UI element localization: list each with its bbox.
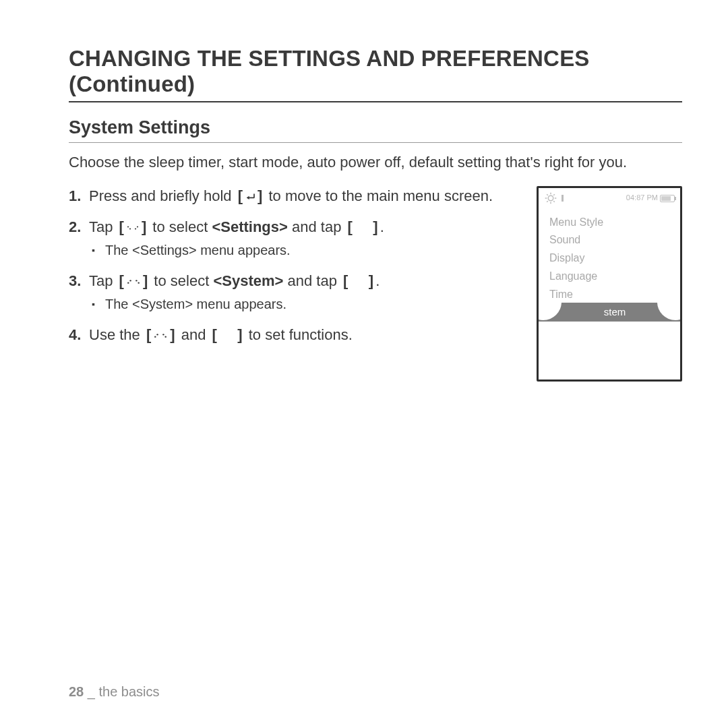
bracket-close: ]	[371, 218, 380, 235]
bracket-close: ]	[141, 272, 150, 289]
bracket-open: [	[117, 218, 126, 235]
bracket-open: [	[144, 326, 153, 343]
svg-point-1	[129, 228, 131, 229]
settings-label: <Settings>	[212, 218, 287, 235]
page-number: 28	[69, 684, 84, 699]
device-mock: 04:87 PM Menu Style Sound Display Langua…	[537, 186, 682, 382]
svg-line-17	[547, 194, 548, 195]
section-title: System Settings	[69, 117, 682, 143]
page-title: CHANGING THE SETTINGS AND PREFERENCES (C…	[69, 46, 682, 102]
bracket-close: ]	[367, 272, 375, 289]
svg-point-3	[137, 226, 138, 227]
device-menu-item: Menu Style	[549, 214, 669, 232]
bracket-open: [	[117, 272, 126, 289]
flag-icon	[562, 195, 564, 202]
bracket-close: ]	[235, 326, 244, 343]
svg-point-6	[135, 280, 137, 281]
bracket-close: ]	[140, 218, 148, 235]
device-menu-item: Language	[549, 268, 669, 286]
gear-icon	[544, 191, 557, 205]
svg-line-19	[547, 201, 548, 202]
device-menu-item: Time	[549, 286, 669, 304]
bracket-close: ]	[255, 187, 264, 204]
svg-point-11	[165, 336, 166, 337]
bracket-open: [	[341, 272, 350, 289]
left-right-dots-icon	[126, 224, 140, 232]
steps-column: Press and briefly hold [] to move to the…	[69, 186, 519, 357]
intro-text: Choose the sleep timer, start mode, auto…	[69, 152, 675, 173]
bracket-open: [	[210, 326, 219, 343]
step-2-note: The <Settings> menu appears.	[89, 241, 519, 260]
step-4: Use the [] and [ ] to set functions.	[69, 325, 519, 345]
device-menu-list: Menu Style Sound Display Language Time	[539, 208, 680, 304]
step-3-note: The <System> menu appears.	[89, 295, 519, 314]
device-time: 04:87 PM	[626, 193, 658, 202]
return-icon	[245, 192, 255, 202]
svg-point-5	[129, 280, 131, 281]
step-1: Press and briefly hold [] to move to the…	[69, 186, 519, 206]
step-3: Tap [] to select <System> and tap [ ]. T…	[69, 271, 519, 314]
svg-point-2	[135, 228, 136, 229]
svg-point-0	[127, 226, 129, 227]
svg-point-7	[138, 282, 139, 283]
battery-icon	[660, 195, 675, 202]
page-footer: 28 _ the basics	[69, 684, 160, 700]
svg-point-8	[154, 336, 156, 337]
system-label: <System>	[213, 272, 283, 289]
step-2: Tap [] to select <Settings> and tap [ ].…	[69, 217, 519, 260]
svg-point-10	[162, 334, 164, 335]
svg-point-12	[548, 195, 553, 201]
device-statusbar: 04:87 PM	[539, 188, 680, 208]
svg-line-18	[553, 201, 555, 202]
svg-point-9	[157, 334, 158, 335]
bracket-open: [	[346, 218, 355, 235]
device-selected-row: stem	[539, 303, 680, 322]
section-name: the basics	[99, 684, 160, 699]
bracket-open: [	[236, 187, 245, 204]
bracket-close: ]	[168, 326, 177, 343]
device-menu-item: Sound	[549, 231, 669, 249]
device-selected-label: stem	[604, 306, 626, 317]
svg-point-4	[127, 282, 129, 283]
svg-line-20	[553, 194, 555, 195]
device-menu-item: Display	[549, 249, 669, 268]
up-down-dots-icon	[126, 278, 141, 286]
up-down-dots-icon	[153, 332, 168, 340]
